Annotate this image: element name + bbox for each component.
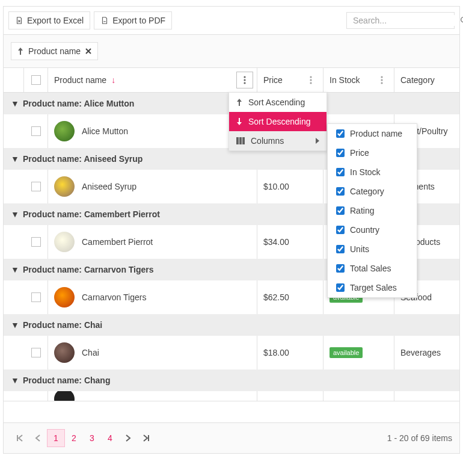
pager-next-button[interactable] [119, 429, 137, 447]
checkbox[interactable] [31, 182, 41, 191]
header-label: Price [263, 75, 283, 85]
column-toggle-label: Product name [350, 129, 402, 138]
column-toggle[interactable]: Units [328, 240, 417, 259]
menu-sort-descending[interactable]: Sort Descending [229, 112, 327, 131]
svg-rect-12 [239, 137, 242, 144]
pdf-icon [100, 16, 109, 25]
column-toggle[interactable]: Country [328, 220, 417, 240]
pager-page-2[interactable]: 2 [65, 429, 83, 447]
pager-page-3[interactable]: 3 [83, 429, 101, 447]
column-toggle[interactable]: Product name [328, 124, 417, 143]
collapse-icon[interactable]: ▼ [11, 376, 17, 385]
row-select[interactable] [24, 280, 48, 314]
column-toggle-label: Rating [350, 206, 374, 215]
column-toggle-label: Target Sales [350, 283, 397, 292]
column-menu-popup: Sort Ascending Sort Descending Columns [228, 92, 327, 151]
svg-point-10 [381, 82, 382, 84]
header-price[interactable]: Price [257, 68, 323, 92]
group-panel[interactable]: Product name [4, 35, 459, 68]
column-toggle[interactable]: In Stock [328, 162, 417, 182]
cell-product-name: Carnarvon Tigers [48, 280, 257, 314]
checkbox[interactable] [31, 237, 41, 247]
group-title: Product name: Camembert Pierrot [23, 209, 160, 219]
menu-sort-ascending[interactable]: Sort Ascending [229, 93, 327, 112]
collapse-icon[interactable]: ▼ [11, 154, 17, 164]
grid-header: Product name ↓ Price In Stock Category [4, 68, 459, 93]
header-select-all[interactable] [24, 68, 48, 92]
collapse-icon[interactable]: ▼ [11, 209, 17, 219]
checkbox[interactable] [336, 206, 345, 215]
group-title: Product name: Aniseed Syrup [23, 154, 143, 164]
stock-badge: available [330, 347, 363, 358]
menu-label: Columns [251, 136, 284, 146]
export-excel-button[interactable]: Export to Excel [8, 11, 90, 29]
svg-point-7 [310, 82, 311, 84]
checkbox[interactable] [336, 245, 345, 253]
collapse-icon[interactable]: ▼ [11, 99, 17, 108]
pager-page-1[interactable]: 1 [47, 429, 65, 447]
chevron-right-icon [316, 138, 319, 144]
checkbox[interactable] [31, 292, 41, 302]
column-selector-popup: Product name Price In Stock Category Rat… [327, 123, 417, 298]
search-box[interactable] [346, 12, 455, 29]
column-toggle[interactable]: Category [328, 182, 417, 201]
checkbox[interactable] [336, 187, 345, 196]
sort-asc-icon [236, 99, 242, 106]
column-menu-button[interactable] [373, 72, 390, 88]
product-name-text: Aniseed Syrup [82, 182, 136, 191]
cell-product-name: Chai [48, 336, 257, 369]
cell-stock: available [323, 336, 394, 369]
columns-icon [236, 137, 245, 144]
pager-prev-button[interactable] [29, 429, 47, 447]
header-in-stock[interactable]: In Stock [323, 68, 394, 92]
svg-point-6 [310, 79, 311, 81]
checkbox[interactable] [31, 126, 41, 136]
column-toggle[interactable]: Price [328, 143, 417, 162]
product-image [54, 287, 75, 308]
header-category[interactable]: Category [394, 68, 459, 92]
data-grid: Export to Excel Export to PDF Product na… [3, 6, 460, 454]
column-toggle[interactable]: Total Sales [328, 259, 417, 278]
product-name-text: Carnarvon Tigers [82, 292, 146, 302]
export-pdf-button[interactable]: Export to PDF [94, 11, 172, 29]
group-chip-product-name[interactable]: Product name [11, 42, 98, 60]
checkbox[interactable] [336, 129, 345, 138]
checkbox[interactable] [31, 75, 41, 85]
product-image [54, 391, 75, 401]
pager-first-button[interactable] [11, 429, 29, 447]
product-name-text: Camembert Pierrot [82, 237, 153, 247]
checkbox[interactable] [336, 226, 345, 234]
column-toggle[interactable]: Rating [328, 201, 417, 220]
collapse-icon[interactable]: ▼ [11, 320, 17, 330]
checkbox[interactable] [336, 168, 345, 176]
row-select[interactable] [24, 170, 48, 203]
grid-footer-blank [4, 401, 459, 422]
pager: 1 2 3 4 1 - 20 of 69 items [4, 422, 459, 453]
product-name-text: Alice Mutton [82, 126, 128, 136]
close-icon[interactable] [85, 48, 91, 54]
group-row[interactable]: ▼ Product name: Chai [4, 314, 459, 336]
svg-rect-13 [242, 137, 245, 144]
row-select[interactable] [24, 114, 48, 148]
svg-point-9 [381, 79, 382, 81]
column-toggle-label: In Stock [350, 167, 381, 177]
collapse-icon[interactable]: ▼ [11, 265, 17, 274]
column-menu-button[interactable] [236, 72, 253, 88]
menu-columns[interactable]: Columns [229, 131, 327, 150]
search-input[interactable] [352, 15, 459, 26]
product-image [54, 232, 75, 252]
checkbox[interactable] [31, 348, 41, 357]
column-toggle[interactable]: Target Sales [328, 278, 417, 297]
checkbox[interactable] [336, 283, 345, 292]
table-row [4, 391, 459, 401]
pager-page-4[interactable]: 4 [101, 429, 119, 447]
row-select[interactable] [24, 225, 48, 259]
column-menu-button[interactable] [302, 72, 319, 88]
group-row[interactable]: ▼ Product name: Chang [4, 369, 459, 391]
checkbox[interactable] [336, 264, 345, 273]
pager-info: 1 - 20 of 69 items [387, 433, 452, 443]
row-select[interactable] [24, 336, 48, 369]
checkbox[interactable] [336, 149, 345, 157]
header-product-name[interactable]: Product name ↓ [48, 68, 257, 92]
pager-last-button[interactable] [137, 429, 155, 447]
